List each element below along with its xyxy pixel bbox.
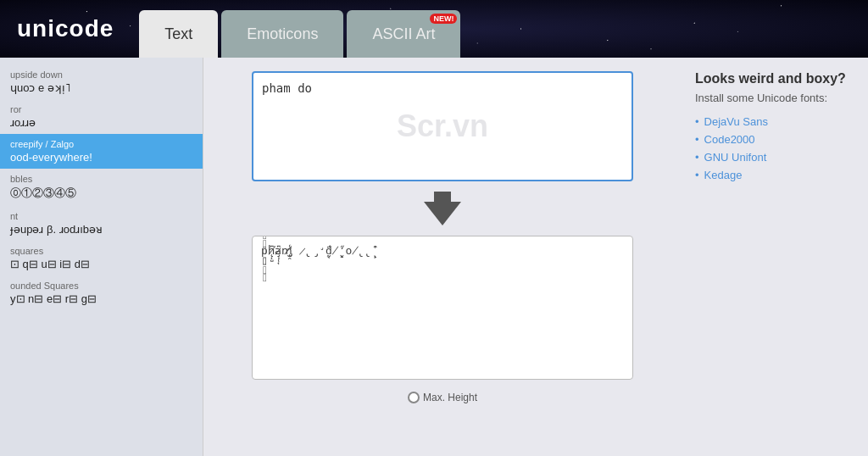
arrow-head	[424, 202, 461, 225]
sidebar-item-rounded-squares[interactable]: ounded Squares y⊡ n⊟ e⊟ r⊟ g⊟	[0, 275, 203, 310]
max-height-label: Max. Height	[423, 392, 477, 403]
right-panel-subheading: Install some Unicode fonts:	[695, 92, 854, 104]
right-panel: Looks weird and boxy? Install some Unico…	[682, 58, 868, 456]
output-text: p̷̢̺̥͈͐̿h̷̨̘̺͆̕a̷̧̙̜̘͆m̸̨̡̫̭͑̒ ̷̢̡̛̘̰̈́d…	[261, 245, 624, 298]
center-panel: pham do Scr.vn p̷̢̺̥͈͐̿h̷̨̘̺͆̕a̷̧̙̜̘͆m̸̨…	[203, 58, 682, 456]
tab-ascii-art[interactable]: ASCII Art NEW!	[347, 10, 460, 58]
sidebar-item-squares[interactable]: squares ⊡ q⊟ u⊟ i⊟ d⊟	[0, 241, 203, 275]
radio-button[interactable]	[408, 392, 420, 403]
sidebar-item-mirror[interactable]: ror ɹoɹɹǝ	[0, 99, 203, 134]
tab-text[interactable]: Text	[139, 10, 218, 58]
sidebar-item-creepify[interactable]: creepify / Zalgo ood-everywhere!	[0, 134, 203, 169]
arrow-container	[424, 192, 461, 225]
text-input[interactable]: pham do	[262, 81, 623, 171]
font-link-dejavu[interactable]: DejaVu Sans	[695, 113, 854, 131]
output-box[interactable]: p̷̢̺̥͈͐̿h̷̨̘̺͆̕a̷̧̙̜̘͆m̸̨̡̫̭͑̒ ̷̢̡̛̘̰̈́d…	[252, 236, 633, 380]
main-content: upside down ɥuoɔ e ǝʞᴉ˥ ror ɹoɹɹǝ creepi…	[0, 58, 868, 456]
sidebar-item-font[interactable]: nt ɟǝupǝɹ β. ɹodɹıbǝᴚ	[0, 206, 203, 241]
sidebar: upside down ɥuoɔ e ǝʞᴉ˥ ror ɹoɹɹǝ creepi…	[0, 58, 203, 456]
font-link-kedage[interactable]: Kedage	[695, 166, 854, 184]
new-badge: NEW!	[430, 14, 457, 24]
header: unicode Text Emoticons ASCII Art NEW!	[0, 0, 868, 58]
font-link-gnu-unifont[interactable]: GNU Unifont	[695, 148, 854, 166]
nav-tabs: Text Emoticons ASCII Art NEW!	[139, 0, 460, 58]
logo: unicode	[0, 15, 131, 42]
bottom-bar: Max. Height	[408, 392, 477, 403]
right-panel-heading: Looks weird and boxy?	[695, 71, 854, 86]
sidebar-item-upside-down[interactable]: upside down ɥuoɔ e ǝʞᴉ˥	[0, 64, 203, 99]
font-link-code2000[interactable]: Code2000	[695, 131, 854, 148]
tab-emoticons[interactable]: Emoticons	[221, 10, 343, 58]
input-box[interactable]: pham do Scr.vn	[252, 71, 633, 181]
sidebar-item-bubbles[interactable]: bbles ⓪①②③④⑤	[0, 169, 203, 206]
